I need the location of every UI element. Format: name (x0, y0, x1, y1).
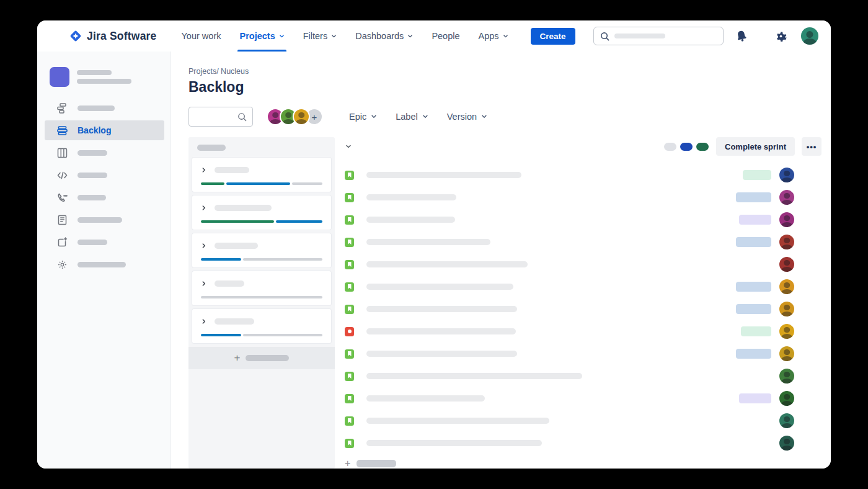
chevron-down-icon (481, 114, 487, 120)
assignee-avatar (779, 168, 794, 182)
nav-item-filters[interactable]: Filters (303, 20, 337, 52)
chevron-right-icon[interactable] (201, 280, 207, 287)
search-icon (600, 32, 609, 41)
page-title: Backlog (188, 78, 831, 96)
epic-card[interactable] (192, 195, 331, 230)
nav-item-dashboards[interactable]: Dashboards (355, 20, 413, 52)
chevron-down-icon (407, 34, 413, 39)
assignee-avatar (779, 257, 794, 272)
notifications-icon[interactable] (735, 29, 748, 43)
epic-card[interactable] (192, 309, 331, 343)
backlog-issue-row[interactable] (345, 387, 822, 410)
sidebar-item-roadmap[interactable] (37, 97, 170, 119)
epic-progress-bar (201, 258, 322, 261)
nav-item-projects[interactable]: Projects (239, 20, 284, 52)
issue-title-placeholder (366, 328, 516, 334)
sidebar-item-calls[interactable] (37, 186, 170, 209)
progress-segment-gray (201, 296, 322, 298)
main-content: Projects/ Nucleus Backlog + Epic Label V… (171, 52, 831, 469)
story-type-icon (345, 349, 354, 359)
chevron-down-icon (331, 34, 337, 39)
backlog-issue-row[interactable] (345, 276, 822, 298)
chevron-right-icon[interactable] (201, 205, 207, 211)
sidebar-item-settings[interactable] (37, 253, 170, 276)
status-pill (736, 192, 771, 202)
issue-title-placeholder (366, 395, 485, 402)
filter-dropdowns: Epic Label Version (349, 112, 487, 122)
global-search-input[interactable] (593, 27, 724, 45)
app-switcher-icon[interactable] (48, 30, 60, 42)
progress-segment-blue (201, 258, 241, 261)
breadcrumb[interactable]: Projects/ Nucleus (188, 67, 831, 76)
epic-card[interactable] (192, 158, 331, 192)
create-button[interactable]: Create (531, 28, 575, 45)
create-epic-button[interactable]: + (188, 347, 335, 369)
story-type-icon (345, 282, 354, 292)
backlog-issue-row[interactable] (345, 231, 822, 253)
assignee-avatar (779, 279, 794, 294)
sidebar-item-pages[interactable] (37, 209, 170, 231)
backlog-issue-row[interactable] (345, 410, 822, 432)
backlog-issue-row[interactable] (345, 365, 822, 387)
backlog-issue-row[interactable] (345, 432, 822, 454)
backlog-search-input[interactable] (188, 107, 253, 127)
sprint-controls: Complete sprint ••• (660, 137, 822, 156)
create-issue-placeholder (356, 460, 396, 467)
nav-item-people[interactable]: People (432, 20, 459, 52)
sidebar-item-code[interactable] (37, 164, 170, 186)
profile-avatar[interactable] (801, 27, 818, 45)
create-issue-button[interactable]: + (345, 458, 822, 469)
issue-title-placeholder (366, 261, 528, 267)
filter-dropdown-label[interactable]: Label (396, 112, 428, 122)
status-pill (736, 237, 771, 247)
backlog-issue-row[interactable] (345, 209, 822, 231)
complete-sprint-button[interactable]: Complete sprint (716, 137, 795, 156)
status-pill (736, 282, 771, 292)
jira-logo[interactable]: Jira Software (69, 30, 157, 43)
chevron-down-icon[interactable] (345, 143, 352, 150)
chevron-right-icon[interactable] (201, 243, 207, 249)
chevron-down-icon (503, 34, 508, 39)
backlog-issue-row[interactable] (345, 186, 822, 209)
jira-diamond-icon (69, 30, 82, 42)
nav-item-apps[interactable]: Apps (479, 20, 508, 52)
progress-segment-gray (243, 258, 322, 261)
story-type-icon (345, 171, 354, 180)
story-type-icon (345, 416, 354, 426)
project-header[interactable] (37, 67, 170, 87)
nav-item-your-work[interactable]: Your work (182, 20, 221, 52)
sidebar-item-backlog[interactable]: Backlog (37, 119, 170, 141)
status-pill (741, 326, 771, 336)
sprint-status-dot (680, 143, 693, 151)
backlog-issue-row[interactable] (345, 298, 822, 320)
sprint-status-dots (660, 143, 709, 151)
chevron-right-icon[interactable] (201, 167, 207, 173)
epics-panel-header (188, 137, 335, 158)
epic-card[interactable] (192, 233, 331, 267)
gear-icon (57, 259, 68, 270)
facepile-avatar[interactable] (293, 108, 310, 125)
sidebar-item-shortcuts[interactable] (37, 231, 170, 253)
backlog-issue-row[interactable] (345, 343, 822, 365)
settings-icon[interactable] (774, 30, 787, 43)
progress-segment-blue (276, 220, 322, 223)
backlog-icon (57, 125, 68, 136)
roadmap-icon (57, 103, 68, 114)
epic-progress-bar (201, 220, 322, 223)
status-pill (739, 393, 771, 403)
backlog-issue-row[interactable] (345, 253, 822, 276)
board-icon (57, 148, 68, 158)
app-title: Jira Software (87, 30, 157, 43)
epic-card[interactable] (192, 271, 331, 305)
sprint-more-button[interactable]: ••• (802, 137, 822, 156)
label-placeholder (78, 217, 122, 223)
backlog-issue-row[interactable] (345, 164, 822, 186)
filter-dropdown-version[interactable]: Version (447, 112, 487, 122)
chevron-down-icon (371, 114, 377, 120)
backlog-issue-row[interactable] (345, 320, 822, 343)
story-type-icon (345, 372, 354, 381)
issue-title-placeholder (366, 306, 517, 312)
filter-dropdown-epic[interactable]: Epic (349, 112, 377, 122)
chevron-right-icon[interactable] (201, 318, 207, 325)
sidebar-item-board[interactable] (37, 141, 170, 164)
